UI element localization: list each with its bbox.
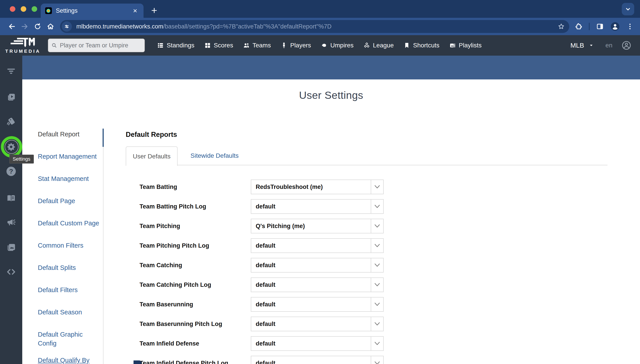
team-infield-defense-select[interactable]: default — [251, 336, 384, 351]
menu-item-default-page[interactable]: Default Page — [38, 195, 103, 218]
search-input[interactable] — [60, 42, 142, 49]
browser-profile-button[interactable] — [610, 22, 620, 31]
menu-item-default-filters[interactable]: Default Filters — [38, 284, 103, 306]
menu-item-report-management[interactable]: Report Management — [38, 151, 103, 173]
chevron-down-icon[interactable] — [371, 337, 383, 350]
global-search[interactable] — [48, 38, 145, 52]
chevron-down-icon[interactable] — [371, 298, 383, 311]
menu-item-default-graphic-config[interactable]: Default Graphic Config — [38, 329, 103, 351]
menu-link[interactable]: Default Custom Page — [38, 219, 100, 228]
nav-item-playlists[interactable]: Playlists — [449, 42, 482, 49]
media-gallery-icon[interactable] — [6, 242, 16, 252]
menu-link[interactable]: Default Page — [38, 196, 100, 205]
team-batting-select[interactable]: RedsTroubleshoot (me) — [251, 180, 384, 194]
menu-link[interactable]: Default Filters — [38, 286, 100, 294]
extensions-button[interactable] — [574, 22, 582, 30]
menu-link[interactable]: Report Management — [38, 152, 100, 161]
help-icon[interactable]: ? — [6, 166, 16, 176]
nav-item-shortcuts[interactable]: Shortcuts — [404, 42, 439, 49]
bookmark-button[interactable] — [556, 22, 566, 31]
tab-search-button[interactable] — [622, 3, 634, 15]
window-minimize-button[interactable] — [21, 6, 26, 12]
league-picker[interactable]: MLB — [570, 42, 594, 49]
menu-link[interactable]: Default Season — [38, 308, 100, 316]
window-zoom-button[interactable] — [32, 6, 37, 12]
browser-menu-button[interactable] — [626, 23, 634, 30]
window-controls[interactable] — [10, 6, 37, 12]
form-row-team-pitching: Team Pitching Q's Pitching (me) — [140, 219, 608, 234]
menu-link[interactable]: Default Qualify By — [38, 356, 100, 364]
chevron-down-icon[interactable] — [371, 258, 383, 272]
window-close-button[interactable] — [10, 6, 15, 12]
nav-item-umpires[interactable]: Umpires — [321, 42, 354, 49]
chevron-down-icon[interactable] — [371, 239, 383, 252]
field-label: Team Batting Pitch Log — [140, 203, 251, 210]
browser-tab-strip: Settings × — [0, 0, 640, 18]
glossary-book-icon[interactable] — [6, 193, 16, 203]
back-button[interactable] — [5, 20, 18, 33]
menu-link[interactable]: Default Graphic Config — [38, 330, 100, 348]
announcements-megaphone-icon[interactable] — [6, 218, 16, 228]
team-pitching-pitch-log-select[interactable]: default — [251, 238, 384, 253]
forward-button[interactable] — [18, 20, 31, 33]
nav-item-league[interactable]: League — [364, 42, 394, 49]
side-panel-button[interactable] — [596, 22, 604, 30]
browser-tab[interactable]: Settings × — [41, 4, 144, 18]
chevron-down-icon[interactable] — [371, 180, 383, 194]
nav-item-scores[interactable]: Scores — [204, 42, 233, 49]
tags-icon[interactable] — [6, 116, 16, 127]
form-row-team-catching-pitch-log: Team Catching Pitch Log default — [140, 278, 608, 292]
team-baserunning-select[interactable]: default — [251, 297, 384, 312]
chevron-down-icon[interactable] — [371, 356, 383, 364]
form-row-team-baserunning-pitch-log: Team Baserunning Pitch Log default — [140, 316, 608, 331]
menu-link[interactable]: Default Splits — [38, 263, 100, 272]
menu-link[interactable]: Common Filters — [38, 241, 100, 250]
tab-sitewide-defaults[interactable]: Sitewide Defaults — [182, 146, 248, 165]
toolbar-divider — [589, 23, 590, 30]
filter-icon[interactable] — [6, 66, 16, 76]
menu-link[interactable]: Default Report — [38, 130, 100, 138]
menu-item-default-qualify-by[interactable]: Default Qualify By — [38, 355, 103, 364]
chevron-down-icon[interactable] — [371, 219, 383, 233]
chevron-down-icon[interactable] — [371, 317, 383, 331]
team-pitching-select[interactable]: Q's Pitching (me) — [251, 219, 384, 234]
settings-gear-icon[interactable] — [6, 142, 16, 152]
nav-label: Standings — [167, 42, 194, 49]
home-button[interactable] — [44, 20, 57, 33]
menu-item-default-report[interactable]: Default Report — [38, 128, 103, 151]
trumedia-logo[interactable]: TRUMEDIA — [0, 37, 46, 54]
form-row-team-baserunning: Team Baserunning default — [140, 297, 608, 312]
reload-button[interactable] — [31, 20, 44, 33]
address-bar[interactable]: mlbdemo.trumedianetworks.com/baseball/se… — [60, 20, 569, 33]
nav-item-teams[interactable]: Teams — [243, 42, 271, 49]
team-batting-pitch-log-select[interactable]: default — [251, 199, 384, 214]
menu-item-default-splits[interactable]: Default Splits — [38, 262, 103, 284]
tab-user-defaults[interactable]: User Defaults — [126, 146, 178, 166]
video-library-icon[interactable] — [6, 92, 16, 102]
team-infield-defense-pitch-log-select[interactable]: default — [251, 356, 384, 364]
field-label: Team Catching — [140, 262, 251, 269]
new-tab-button[interactable] — [149, 5, 160, 16]
field-label: Team Infield Defense Pitch Log — [140, 360, 251, 364]
team-catching-select[interactable]: default — [251, 258, 384, 272]
tab-close-icon[interactable]: × — [131, 7, 139, 15]
team-baserunning-pitch-log-select[interactable]: default — [251, 316, 384, 331]
embed-code-icon[interactable] — [6, 267, 16, 277]
account-button[interactable] — [621, 40, 632, 50]
field-label: Team Catching Pitch Log — [140, 282, 251, 288]
menu-link[interactable]: Stat Management — [38, 174, 100, 183]
language-selector[interactable]: en — [606, 42, 612, 49]
menu-item-default-custom-page[interactable]: Default Custom Page — [38, 218, 103, 240]
chevron-down-icon[interactable] — [371, 278, 383, 292]
nav-item-standings[interactable]: Standings — [157, 42, 194, 49]
menu-item-common-filters[interactable]: Common Filters — [38, 240, 103, 262]
menu-item-default-season[interactable]: Default Season — [38, 306, 103, 329]
site-settings-button[interactable] — [62, 21, 72, 32]
chevron-down-icon[interactable] — [371, 200, 383, 213]
nav-item-players[interactable]: Players — [280, 42, 311, 49]
toolbar-right-controls — [574, 22, 634, 31]
url-text[interactable]: mlbdemo.trumedianetworks.com/baseball/se… — [76, 23, 554, 30]
field-label: Team Batting — [140, 184, 251, 190]
team-catching-pitch-log-select[interactable]: default — [251, 278, 384, 292]
menu-item-stat-management[interactable]: Stat Management — [38, 173, 103, 195]
